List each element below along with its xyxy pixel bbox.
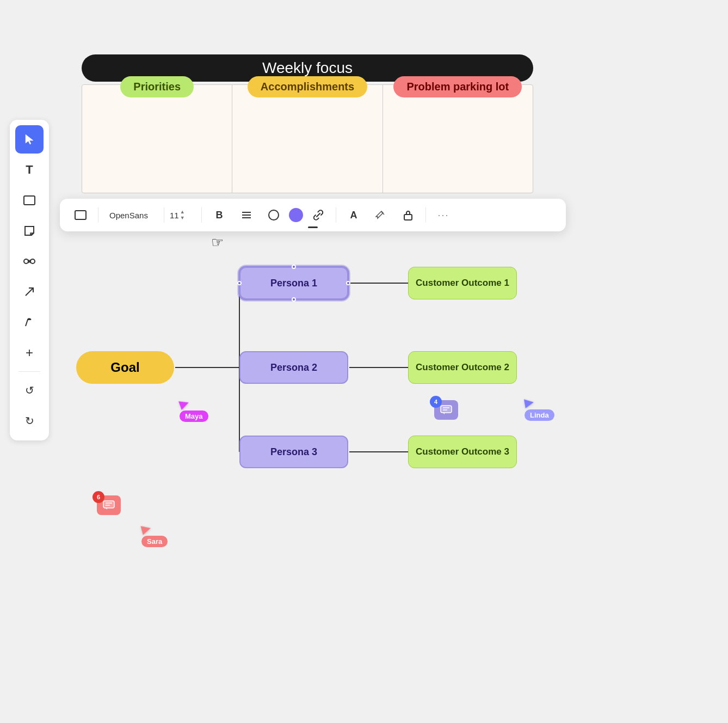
more-options-button[interactable]: ··· <box>431 203 455 227</box>
priorities-section: Priorities <box>82 85 232 193</box>
outcome-1-label: Customer Outcome 1 <box>416 278 509 289</box>
link-button[interactable] <box>306 203 330 227</box>
font-size-down[interactable]: ▼ <box>180 216 185 221</box>
outcome-3-node[interactable]: Customer Outcome 3 <box>408 436 517 468</box>
sara-cursor-arrow: ▶ <box>140 522 152 536</box>
fmt-sep-5 <box>425 207 426 223</box>
persona-1-label: Persona 1 <box>270 278 317 289</box>
goal-label: Goal <box>110 360 139 375</box>
redo-button[interactable]: ↻ <box>15 407 44 435</box>
font-name-display[interactable]: OpenSans <box>104 209 158 222</box>
maya-cursor: ▶ Maya <box>180 397 208 422</box>
accomplishments-section: Accomplishments <box>232 85 382 193</box>
persona-1-node[interactable]: Persona 1 <box>239 267 348 299</box>
sticky-tool-button[interactable] <box>15 217 44 245</box>
accomplishments-tag[interactable]: Accomplishments <box>248 76 367 97</box>
pen-tool-button[interactable] <box>15 308 44 336</box>
maya-cursor-label: Maya <box>180 410 208 422</box>
sara-cursor-label: Sara <box>141 536 168 547</box>
svg-rect-13 <box>404 215 412 220</box>
outcome-2-label: Customer Outcome 2 <box>416 362 509 373</box>
problem-parking-tag[interactable]: Problem parking lot <box>393 76 522 97</box>
priorities-tag[interactable]: Priorities <box>120 76 194 97</box>
left-toolbar: T + ↺ ↻ <box>10 120 49 440</box>
red-comment-count: 6 <box>92 491 104 503</box>
problem-parking-section: Problem parking lot <box>383 85 533 193</box>
svg-rect-1 <box>24 196 35 205</box>
persona-2-label: Persona 2 <box>270 362 317 373</box>
svg-marker-0 <box>26 134 33 144</box>
svg-point-11 <box>269 210 279 220</box>
linda-cursor: ▶ Linda <box>525 396 554 421</box>
arrow-tool-button[interactable] <box>15 278 44 306</box>
link-tool-button[interactable] <box>15 247 44 275</box>
text-tool-button[interactable]: T <box>15 156 44 184</box>
fmt-sep-4 <box>336 207 336 223</box>
bold-button[interactable]: B <box>207 203 231 227</box>
persona-2-node[interactable]: Persona 2 <box>239 351 348 384</box>
font-size-value[interactable]: 11 <box>170 211 179 220</box>
font-size-arrows: ▲ ▼ <box>180 210 185 221</box>
mindmap-container: Goal Persona 1 Persona 2 Persona 3 Custo… <box>60 245 712 696</box>
outcome-1-node[interactable]: Customer Outcome 1 <box>408 267 517 299</box>
toolbar-divider <box>18 371 40 372</box>
svg-point-2 <box>24 259 28 264</box>
shape-button[interactable] <box>69 203 92 227</box>
red-comment-badge[interactable]: 6 <box>97 495 121 515</box>
persona-3-node[interactable]: Persona 3 <box>239 436 348 468</box>
three-col-container: Priorities Accomplishments Problem parki… <box>82 84 533 193</box>
svg-point-3 <box>30 259 35 264</box>
svg-rect-22 <box>441 406 452 413</box>
goal-node[interactable]: Goal <box>76 351 174 384</box>
font-size-up[interactable]: ▲ <box>180 210 185 215</box>
fmt-sep-2 <box>164 207 164 223</box>
highlight-button[interactable] <box>369 203 393 227</box>
svg-rect-25 <box>103 501 114 508</box>
undo-button[interactable]: ↺ <box>15 376 44 405</box>
outcome-2-node[interactable]: Customer Outcome 2 <box>408 351 517 384</box>
format-toolbar: OpenSans 11 ▲ ▼ B A <box>60 199 566 231</box>
rectangle-tool-button[interactable] <box>15 186 44 215</box>
maya-cursor-arrow: ▶ <box>178 396 190 410</box>
weekly-focus-title: Weekly focus <box>262 59 353 77</box>
stroke-button[interactable] <box>262 203 286 227</box>
align-button[interactable] <box>235 203 258 227</box>
svg-line-6 <box>26 288 33 296</box>
three-columns-section: Priorities Accomplishments Problem parki… <box>82 84 533 193</box>
text-color-button[interactable]: A <box>342 203 366 227</box>
fmt-sep-1 <box>98 207 98 223</box>
select-tool-button[interactable] <box>15 125 44 154</box>
outcome-3-label: Customer Outcome 3 <box>416 446 509 457</box>
linda-cursor-arrow: ▶ <box>523 396 535 409</box>
add-button[interactable]: + <box>15 339 44 367</box>
font-size-control: 11 ▲ ▼ <box>170 210 196 221</box>
sara-cursor: ▶ Sara <box>141 523 168 547</box>
connector-lines <box>60 245 712 696</box>
fill-color-button[interactable] <box>289 208 303 222</box>
lock-button[interactable] <box>396 203 420 227</box>
linda-cursor-label: Linda <box>525 409 554 421</box>
persona-3-label: Persona 3 <box>270 446 317 458</box>
svg-rect-7 <box>75 211 86 219</box>
purple-comment-badge[interactable]: 4 <box>434 400 458 420</box>
fmt-sep-3 <box>201 207 202 223</box>
purple-comment-count: 4 <box>430 396 442 408</box>
